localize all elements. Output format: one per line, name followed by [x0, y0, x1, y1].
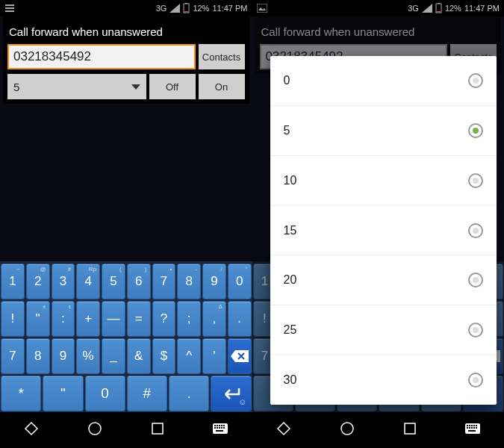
key-#[interactable]: # — [127, 376, 167, 411]
key-*[interactable]: * — [1, 376, 41, 411]
key-:[interactable]: :ε — [52, 301, 75, 337]
svg-point-6 — [89, 423, 101, 435]
keyboard-toggle-icon[interactable] — [464, 423, 481, 438]
status-bar: 3G 12% 11:47 PM — [252, 0, 505, 16]
key-![interactable]: ! — [1, 301, 25, 337]
battery-icon — [435, 3, 442, 13]
dropdown-option[interactable]: 25 — [270, 305, 497, 355]
enter-key[interactable]: ☺ — [211, 376, 251, 411]
clock: 11:47 PM — [212, 4, 247, 13]
svg-rect-10 — [217, 425, 218, 426]
off-button[interactable]: Off — [149, 74, 196, 99]
nav-bar — [252, 412, 505, 448]
key-'[interactable]: ' — [202, 338, 226, 374]
radio-icon — [468, 323, 483, 337]
svg-rect-32 — [467, 427, 468, 429]
back-icon[interactable] — [23, 420, 40, 440]
radio-icon — [468, 373, 483, 388]
svg-rect-35 — [473, 427, 475, 429]
svg-rect-13 — [223, 425, 225, 426]
svg-rect-18 — [223, 427, 225, 429]
key-+[interactable]: + — [76, 301, 100, 337]
dropdown-option[interactable]: 10 — [270, 156, 497, 206]
recent-icon[interactable] — [402, 421, 417, 439]
svg-rect-17 — [221, 427, 223, 429]
backspace-key[interactable] — [228, 338, 252, 374]
svg-rect-5 — [184, 11, 188, 13]
key-2[interactable]: 2@ — [26, 264, 50, 299]
delay-dropdown[interactable]: 5 — [7, 74, 146, 99]
key-^[interactable]: ^ — [177, 338, 201, 374]
home-icon[interactable] — [339, 420, 355, 440]
option-label: 30 — [284, 373, 297, 387]
svg-rect-16 — [219, 427, 220, 429]
keyboard-toggle-icon[interactable] — [212, 423, 228, 438]
svg-rect-9 — [214, 425, 216, 426]
svg-rect-29 — [471, 425, 473, 426]
svg-rect-36 — [476, 427, 477, 429]
radio-icon — [468, 73, 483, 88]
svg-rect-23 — [437, 11, 441, 13]
key-—[interactable]: — — [102, 301, 125, 337]
key-_[interactable]: _ — [102, 338, 125, 374]
contacts-button[interactable]: Contacts — [199, 44, 245, 69]
key-6[interactable]: 6) — [127, 264, 151, 299]
key-5[interactable]: 5( — [102, 264, 125, 299]
radio-icon — [468, 123, 483, 138]
svg-rect-2 — [5, 10, 14, 12]
svg-rect-31 — [476, 425, 477, 426]
battery-pct: 12% — [193, 4, 209, 13]
svg-rect-25 — [405, 423, 415, 434]
key-.[interactable]: . — [228, 301, 252, 337]
option-label: 20 — [284, 273, 297, 287]
dropdown-popup: 051015202530 — [270, 56, 497, 405]
back-icon[interactable] — [276, 420, 292, 440]
key-$[interactable]: $ — [152, 338, 176, 374]
key-3[interactable]: 3# — [52, 264, 75, 299]
option-label: 10 — [284, 174, 297, 187]
dialog-title: Call forward when unanswered — [7, 21, 245, 44]
recent-icon[interactable] — [150, 421, 165, 439]
key-4[interactable]: 4Rp — [76, 264, 100, 299]
key-=[interactable]: = — [127, 301, 151, 337]
radio-icon — [468, 223, 483, 238]
signal-icon — [169, 4, 180, 13]
svg-rect-33 — [469, 427, 470, 429]
key-;[interactable]: ; — [177, 301, 201, 337]
dropdown-option[interactable]: 5 — [270, 106, 497, 156]
phone-number-input[interactable] — [7, 44, 196, 69]
svg-rect-27 — [467, 425, 468, 426]
key-9[interactable]: 9 — [52, 338, 75, 374]
key-%[interactable]: % — [76, 338, 100, 374]
dropdown-option[interactable]: 30 — [270, 355, 497, 405]
svg-rect-30 — [473, 425, 475, 426]
dropdown-option[interactable]: 0 — [270, 56, 497, 106]
dropdown-option[interactable]: 20 — [270, 255, 497, 305]
key-&[interactable]: & — [127, 338, 151, 374]
key-1[interactable]: 1~ — [1, 264, 25, 299]
key-"[interactable]: "± — [26, 301, 50, 337]
home-icon[interactable] — [87, 420, 103, 440]
dropdown-value: 5 — [13, 81, 19, 93]
key-,[interactable]: ,Δ — [202, 301, 226, 337]
key-7[interactable]: 7• — [152, 264, 176, 299]
key-8[interactable]: 8 — [26, 338, 50, 374]
key-7[interactable]: 7 — [1, 338, 25, 374]
option-label: 25 — [284, 323, 297, 337]
nav-bar — [0, 412, 252, 448]
key-"[interactable]: " — [43, 376, 83, 411]
key-?[interactable]: ? — [152, 301, 176, 337]
key-0[interactable]: 0 — [85, 376, 125, 411]
key-.[interactable]: . — [169, 376, 209, 411]
dialog-title: Call forward when unanswered — [260, 21, 497, 44]
menu-icon — [4, 3, 15, 13]
clock: 11:47 PM — [464, 4, 500, 13]
radio-icon — [468, 273, 483, 287]
on-button[interactable]: On — [199, 74, 245, 99]
dropdown-option[interactable]: 15 — [270, 206, 497, 256]
key-8[interactable]: 8- — [177, 264, 201, 299]
key-9[interactable]: 9/ — [202, 264, 226, 299]
radio-icon — [468, 173, 483, 188]
key-0[interactable]: 0" — [228, 264, 252, 299]
status-bar: 3G 12% 11:47 PM — [0, 0, 252, 16]
